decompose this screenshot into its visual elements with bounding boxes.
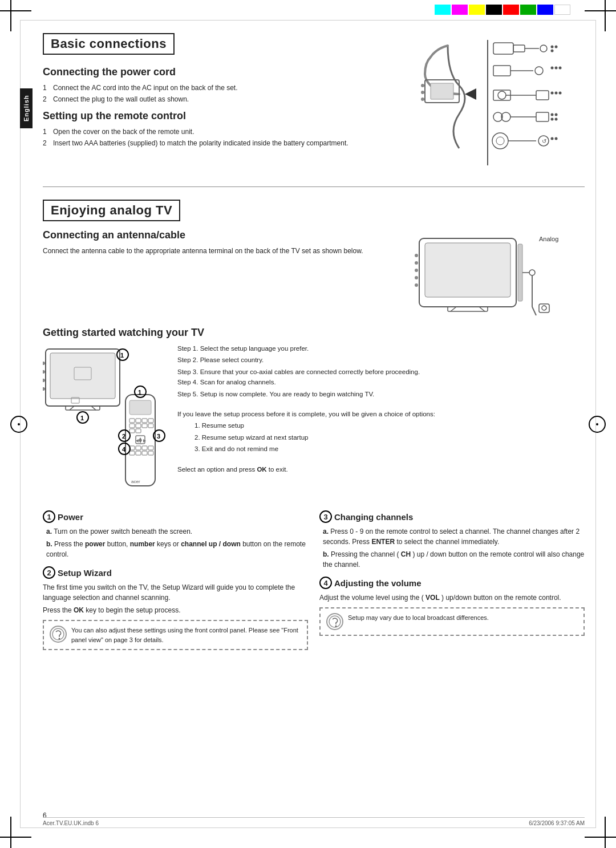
svg-point-67	[43, 379, 45, 382]
svg-text:acer: acer	[131, 479, 140, 484]
power-step-b: b. Press the power button, number keys o…	[43, 539, 308, 559]
step-3: Step 3. Ensure that your co-axial cables…	[177, 367, 585, 377]
svg-rect-95	[136, 451, 141, 455]
volume-body: Adjust the volume level using the ( VOL …	[319, 593, 585, 603]
channels-volume-col: 3 Changing channels a. Press 0 - 9 on th…	[319, 510, 585, 650]
svg-rect-79	[129, 424, 135, 428]
svg-point-28	[551, 118, 554, 121]
setup-wizard-body: The first time you switch on the TV, the…	[43, 582, 308, 603]
crop-mark-tr-h	[585, 10, 616, 11]
bottom-sections: 1 Power a. Turn on the power switch bene…	[43, 510, 585, 650]
svg-point-5	[540, 45, 547, 52]
remote-control-step-1: Open the cover on the back of the remote…	[43, 127, 402, 137]
circle-num-volume: 4	[319, 577, 332, 589]
changing-channels-heading: Changing channels	[334, 512, 413, 522]
circle-num-power: 1	[43, 510, 55, 523]
info-box-1: You can also adjust these settings using…	[43, 620, 308, 650]
svg-point-6	[551, 46, 554, 48]
setup-wizard-heading: Setup Wizard	[58, 568, 112, 578]
svg-rect-52	[518, 244, 522, 301]
svg-rect-78	[148, 419, 153, 423]
svg-point-16	[498, 91, 506, 99]
circle-num-channels: 3	[319, 510, 332, 523]
svg-rect-84	[136, 429, 141, 433]
power-cord-step-2: Connect the plug to the wall outlet as s…	[43, 94, 402, 104]
step-2: Step 2. Please select country.	[177, 355, 585, 365]
language-tab: English	[20, 88, 33, 128]
circle-num-setup: 2	[43, 566, 55, 579]
footer-right: 6/23/2006 9:37:05 AM	[529, 820, 585, 826]
power-step-a: a. Turn on the power switch beneath the …	[43, 526, 308, 537]
page-footer: Acer.TV.EU.UK.indb 6 6/23/2006 9:37:05 A…	[43, 817, 585, 826]
step-4: Step 4. Scan for analog channels.	[177, 377, 585, 387]
svg-point-12	[551, 67, 554, 70]
svg-point-51	[415, 283, 418, 287]
svg-point-65	[43, 362, 45, 365]
connector-diagram: ↺	[414, 29, 585, 178]
svg-text:1: 1	[80, 415, 84, 421]
svg-point-36	[555, 137, 558, 140]
remote-control-steps: Open the cover on the back of the remote…	[43, 127, 402, 148]
svg-point-112	[335, 626, 337, 627]
svg-marker-87	[139, 440, 142, 443]
svg-rect-76	[136, 419, 141, 423]
svg-text:1: 1	[138, 389, 141, 396]
svg-point-39	[421, 84, 424, 87]
step-1: Step 1. Select the setup language you pr…	[177, 343, 585, 354]
svg-point-26	[551, 113, 554, 116]
color-bar-cyan	[435, 5, 451, 15]
svg-line-56	[532, 307, 536, 315]
registration-circle-right	[589, 416, 606, 433]
svg-line-63	[70, 406, 74, 410]
svg-rect-93	[148, 446, 153, 450]
svg-point-53	[529, 270, 535, 275]
svg-point-41	[421, 98, 424, 101]
step-choice-1: 1. Resume setup	[177, 420, 585, 431]
antenna-diagram: Analog	[414, 227, 585, 320]
channel-step-b: b. Pressing the channel ( CH ) up / down…	[319, 549, 585, 570]
svg-point-14	[559, 67, 562, 70]
antenna-heading: Connecting an antenna/cable	[43, 229, 402, 241]
svg-rect-80	[136, 424, 141, 428]
language-label: English	[23, 95, 30, 122]
svg-text:4: 4	[122, 446, 126, 453]
svg-point-31	[496, 137, 504, 145]
svg-point-11	[535, 67, 543, 75]
power-cord-section: Connecting the power cord Connect the AC…	[43, 66, 402, 104]
crop-mark-bl-v	[10, 817, 11, 848]
step-5: Step 5. Setup is now complete. You are r…	[177, 389, 585, 399]
channel-step-a: a. Press 0 - 9 on the remote control to …	[319, 526, 585, 547]
color-bar-black	[486, 5, 502, 15]
info-box-1-text: You can also adjust these settings using…	[71, 626, 301, 644]
svg-point-111	[329, 616, 341, 627]
svg-text:2: 2	[122, 433, 125, 440]
svg-point-59	[542, 306, 546, 310]
note-icon	[51, 627, 65, 641]
svg-rect-9	[493, 66, 510, 76]
remote-control-section: Setting up the remote control Open the c…	[43, 110, 402, 148]
getting-started-heading: Getting started watching your TV	[43, 327, 585, 339]
page-content: Basic connections Connecting the power c…	[43, 29, 585, 819]
svg-line-64	[91, 406, 96, 410]
svg-point-35	[551, 137, 554, 140]
basic-connections-title: Basic connections	[51, 36, 167, 51]
svg-line-46	[479, 307, 485, 311]
svg-point-47	[415, 254, 418, 257]
svg-marker-86	[139, 437, 142, 440]
info-icon-1	[50, 626, 67, 643]
antenna-text: Connecting an antenna/cable Connect the …	[43, 227, 402, 320]
svg-rect-38	[431, 83, 453, 99]
antenna-section: Connecting an antenna/cable Connect the …	[43, 227, 585, 320]
power-cord-heading: Connecting the power cord	[43, 66, 402, 78]
remote-control-step-2: Insert two AAA batteries (supplied) to m…	[43, 138, 402, 148]
getting-started-section: Getting started watching your TV	[43, 327, 585, 650]
color-registration-bars	[435, 5, 570, 15]
svg-rect-92	[142, 446, 147, 450]
adjusting-volume-heading-row: 4 Adjusting the volume	[319, 577, 585, 589]
svg-point-48	[415, 261, 418, 265]
step-if: If you leave the setup process before it…	[177, 409, 585, 419]
svg-line-45	[451, 307, 456, 311]
enjoying-analog-section: Enjoying analog TV Connecting an antenna…	[43, 195, 585, 650]
tv-remote-svg: 1	[43, 343, 168, 503]
getting-started-steps: Step 1. Select the setup language you pr…	[177, 343, 585, 505]
